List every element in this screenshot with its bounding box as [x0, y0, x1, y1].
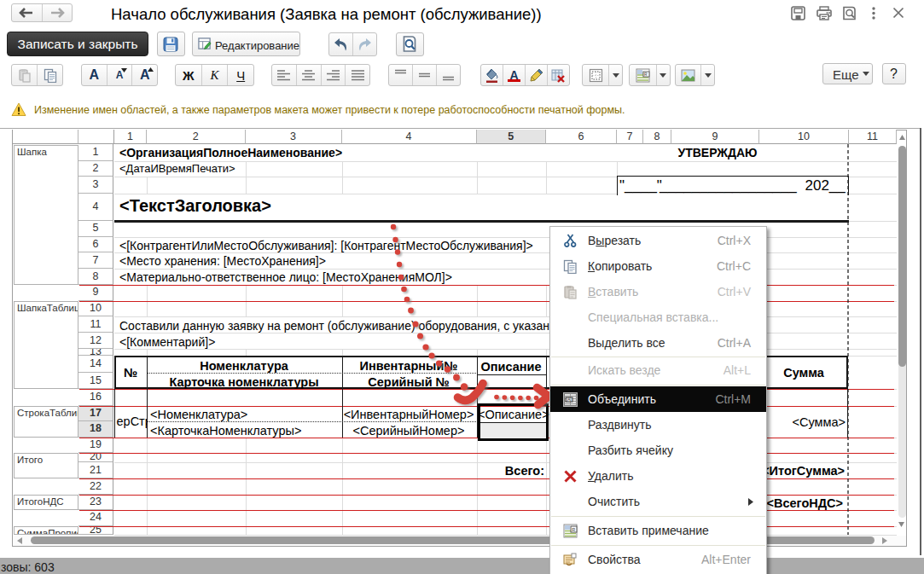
svg-text:R: R — [644, 72, 648, 77]
svg-text:R: R — [572, 527, 575, 532]
svg-text:[A]: [A] — [567, 397, 572, 402]
